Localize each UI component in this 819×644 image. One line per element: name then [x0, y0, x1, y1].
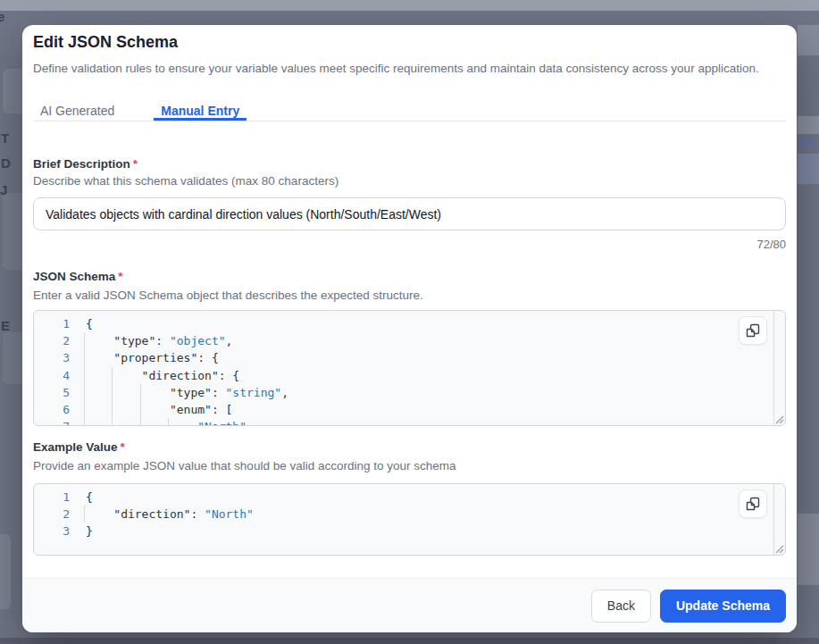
background-text-fragment: J — [0, 182, 7, 197]
editor-scrollbar-track — [773, 311, 774, 425]
example-value-helper: Provide an example JSON value that shoul… — [33, 459, 786, 473]
background-top-bar — [0, 0, 819, 11]
update-schema-button[interactable]: Update Schema — [660, 590, 786, 623]
line-number: 3 — [34, 523, 70, 539]
edit-json-schema-dialog: Edit JSON Schema Define validation rules… — [22, 25, 797, 632]
code-line: 3} — [34, 523, 785, 539]
dialog-description: Define validation rules to ensure your v… — [33, 61, 786, 77]
brief-description-label: Brief Description* — [33, 157, 138, 171]
copy-button[interactable] — [739, 489, 767, 518]
example-value-label: Example Value* — [33, 440, 125, 454]
tab-bar: AI GeneratedManual Entry — [33, 100, 786, 121]
example-value-editor[interactable]: 1{2 "direction": "North"3} — [33, 483, 786, 556]
code-line: 1{ — [34, 489, 785, 506]
code-line: 5 "type": "string", — [34, 384, 785, 401]
copy-icon — [746, 497, 760, 511]
copy-icon — [746, 323, 760, 338]
line-number: 1 — [34, 489, 70, 506]
background-text-fragment: E — [1, 318, 10, 333]
required-asterisk: * — [133, 157, 138, 171]
json-schema-label: JSON Schema* — [33, 270, 123, 283]
character-counter: 72/80 — [756, 238, 786, 251]
background-text-fragment: e — [0, 9, 4, 24]
code-line: 6 "enum": [ — [34, 401, 785, 418]
line-number: 4 — [34, 367, 70, 384]
line-number: 1 — [34, 315, 70, 332]
tab-ai-generated[interactable]: AI Generated — [33, 100, 121, 121]
background-bottom-bar — [0, 638, 819, 644]
dialog-title: Edit JSON Schema — [33, 33, 178, 52]
background-panel — [798, 116, 819, 134]
background-text-fragment: D — [1, 155, 11, 171]
code-line: 4 "direction": { — [34, 367, 785, 384]
json-schema-editor[interactable]: 1{2 "type": "object",3 "properties": {4 … — [33, 310, 786, 426]
code-line: 1{ — [34, 315, 785, 332]
resize-grip[interactable] — [773, 414, 784, 424]
background-panel — [798, 514, 819, 585]
code-line: 2 "direction": "North" — [34, 506, 785, 523]
background-panel — [798, 25, 819, 55]
background-panel — [798, 154, 819, 184]
resize-grip[interactable] — [773, 543, 784, 554]
copy-button[interactable] — [739, 316, 767, 345]
background-text-fragment: on — [799, 135, 815, 149]
back-button[interactable]: Back — [591, 590, 651, 623]
line-number: 7 — [34, 418, 70, 426]
line-number: 2 — [34, 332, 70, 349]
background-text-fragment: T — [1, 130, 9, 146]
line-number: 2 — [34, 506, 70, 523]
line-number: 5 — [34, 384, 70, 401]
tab-manual-entry[interactable]: Manual Entry — [154, 100, 247, 121]
code-line: 3 "properties": { — [34, 349, 785, 366]
required-asterisk: * — [121, 440, 125, 454]
brief-description-input[interactable] — [33, 197, 786, 230]
code-line: 7 "North", — [34, 418, 785, 426]
background-panel — [0, 534, 11, 609]
required-asterisk: * — [118, 270, 122, 283]
brief-description-helper: Describe what this schema validates (max… — [33, 174, 786, 188]
code-line: 2 "type": "object", — [34, 332, 785, 349]
dialog-footer: Back Update Schema — [22, 578, 797, 632]
line-number: 3 — [34, 349, 70, 366]
line-number: 6 — [34, 401, 70, 418]
json-schema-helper: Enter a valid JSON Schema object that de… — [33, 289, 786, 302]
